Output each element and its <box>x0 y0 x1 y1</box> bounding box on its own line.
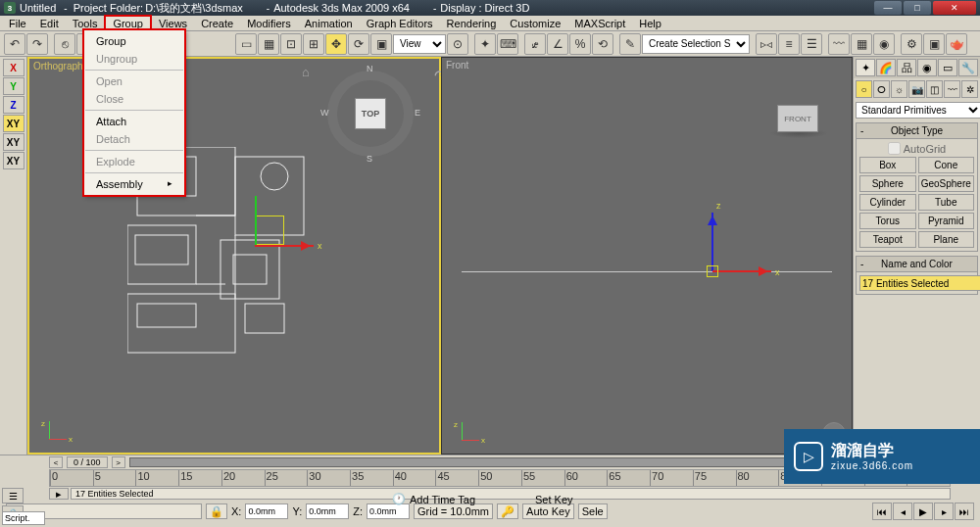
hierarchy-tab[interactable]: 品 <box>897 59 916 76</box>
motion-tab[interactable]: ◉ <box>917 59 937 76</box>
redo-button[interactable]: ↷ <box>26 33 48 55</box>
menu-maxscript[interactable]: MAXScript <box>567 17 632 30</box>
schematic-button[interactable]: ▦ <box>851 33 872 55</box>
curve-editor-button[interactable]: 〰 <box>828 33 850 55</box>
menu-graph-editors[interactable]: Graph Editors <box>360 17 440 30</box>
menu-edit[interactable]: Edit <box>33 17 66 30</box>
y-coord-input[interactable] <box>306 503 349 519</box>
minimize-button[interactable]: — <box>874 1 902 15</box>
dropdown-explode[interactable]: Explode <box>84 153 184 170</box>
viewcube-front[interactable]: FRONT <box>769 101 828 140</box>
menu-tools[interactable]: Tools <box>66 17 105 30</box>
goto-start-button[interactable]: ⏮ <box>872 503 892 520</box>
time-slider-thumb[interactable]: 0 / 100 <box>67 456 108 468</box>
render-setup-button[interactable]: ⚙ <box>901 33 922 55</box>
render-frame-button[interactable]: ▣ <box>923 33 945 55</box>
axis-y-button[interactable]: Y <box>3 77 24 95</box>
material-button[interactable]: ◉ <box>873 33 895 55</box>
axis-zx-button[interactable]: XY <box>3 152 24 169</box>
lights-button[interactable]: ☼ <box>891 80 907 98</box>
box-button[interactable]: Box <box>859 157 916 173</box>
spinner-snap-button[interactable]: ⟲ <box>592 33 613 55</box>
autokey-button[interactable]: Auto Key <box>522 503 574 519</box>
menu-animation[interactable]: Animation <box>298 17 360 30</box>
select-button[interactable]: ▭ <box>235 33 257 55</box>
link-button[interactable]: ⎋ <box>54 33 75 55</box>
viewcube-top[interactable]: ⌂ ↷ N S E W TOP <box>321 65 419 163</box>
torus-button[interactable]: Torus <box>859 213 916 229</box>
geometry-button[interactable]: ○ <box>856 80 872 98</box>
pyramid-button[interactable]: Pyramid <box>918 213 975 229</box>
time-tag-icon[interactable]: 🕐 <box>392 493 406 505</box>
lock-selection-button[interactable]: 🔒 <box>206 503 227 519</box>
ref-coord-select[interactable]: View <box>393 34 446 54</box>
prev-key-button[interactable]: ◂ <box>893 503 912 520</box>
filters-button[interactable]: Sele <box>578 503 608 519</box>
dropdown-attach[interactable]: Attach <box>84 113 184 130</box>
viewcube-face[interactable]: TOP <box>355 98 386 129</box>
object-name-input[interactable] <box>859 275 980 291</box>
menu-modifiers[interactable]: Modifiers <box>240 17 298 30</box>
prev-frame-button[interactable]: < <box>49 456 63 468</box>
select-region-button[interactable]: ▦ <box>258 33 279 55</box>
center-button[interactable]: ⊙ <box>447 33 468 55</box>
close-button[interactable]: ✕ <box>933 1 976 15</box>
category-select[interactable]: Standard Primitives <box>856 102 980 119</box>
angle-snap-button[interactable]: ∠ <box>547 33 568 55</box>
next-key-button[interactable]: ▸ <box>934 503 954 520</box>
systems-button[interactable]: ✲ <box>961 80 978 98</box>
modify-tab[interactable]: 🌈 <box>876 59 896 76</box>
axis-z-button[interactable]: Z <box>3 96 24 114</box>
select-filter-button[interactable]: ⊞ <box>303 33 324 55</box>
display-tab[interactable]: ▭ <box>938 59 957 76</box>
axis-xy-button[interactable]: XY <box>3 115 24 132</box>
menu-rendering[interactable]: Rendering <box>440 17 504 30</box>
render-button[interactable]: 🫖 <box>946 33 967 55</box>
x-coord-input[interactable] <box>245 503 288 519</box>
home-icon[interactable]: ⌂ <box>302 65 310 79</box>
axis-yz-button[interactable]: XY <box>3 133 24 151</box>
menu-views[interactable]: Views <box>152 17 194 30</box>
snap-button[interactable]: ⸙ <box>524 33 546 55</box>
shapes-button[interactable]: ⵔ <box>873 80 890 98</box>
align-button[interactable]: ≡ <box>778 33 800 55</box>
dropdown-detach[interactable]: Detach <box>84 130 184 148</box>
layers-button[interactable]: ☰ <box>801 33 822 55</box>
menu-file[interactable]: File <box>2 17 33 30</box>
utilities-tab[interactable]: 🔧 <box>958 59 978 76</box>
dropdown-open[interactable]: Open <box>84 72 184 90</box>
percent-snap-button[interactable]: % <box>569 33 591 55</box>
goto-end-button[interactable]: ⏭ <box>955 503 974 520</box>
cylinder-button[interactable]: Cylinder <box>859 194 916 211</box>
manip-button[interactable]: ✦ <box>474 33 496 55</box>
maximize-button[interactable]: □ <box>904 1 931 15</box>
geosphere-button[interactable]: GeoSphere <box>918 175 975 192</box>
menu-customize[interactable]: Customize <box>503 17 567 30</box>
plane-button[interactable]: Plane <box>918 231 975 248</box>
key-button[interactable]: 🔑 <box>497 503 518 519</box>
axis-x-button[interactable]: X <box>3 59 24 76</box>
viewport-front[interactable]: Front FRONT z x z x <box>441 57 853 455</box>
create-tab[interactable]: ✦ <box>856 59 875 76</box>
next-frame-button[interactable]: > <box>112 456 125 468</box>
dropdown-ungroup[interactable]: Ungroup <box>84 50 184 68</box>
sphere-button[interactable]: Sphere <box>859 175 916 192</box>
menu-help[interactable]: Help <box>632 17 668 30</box>
z-coord-input[interactable] <box>367 503 410 519</box>
add-time-tag[interactable]: Add Time Tag <box>410 494 498 505</box>
tube-button[interactable]: Tube <box>918 194 975 211</box>
play-button[interactable]: ▶ <box>913 503 933 520</box>
undo-button[interactable]: ↶ <box>4 33 25 55</box>
dropdown-assembly[interactable]: Assembly <box>84 175 184 193</box>
teapot-button[interactable]: Teapot <box>859 231 916 248</box>
scale-button[interactable]: ▣ <box>370 33 392 55</box>
keyboard-button[interactable]: ⌨ <box>497 33 518 55</box>
move-button[interactable]: ✥ <box>325 33 347 55</box>
cameras-button[interactable]: 📷 <box>908 80 925 98</box>
select-window-button[interactable]: ⊡ <box>280 33 302 55</box>
menu-create[interactable]: Create <box>194 17 240 30</box>
cone-button[interactable]: Cone <box>918 157 975 173</box>
helpers-button[interactable]: ◫ <box>926 80 943 98</box>
dropdown-group[interactable]: Group <box>84 32 184 50</box>
dropdown-close[interactable]: Close <box>84 90 184 108</box>
